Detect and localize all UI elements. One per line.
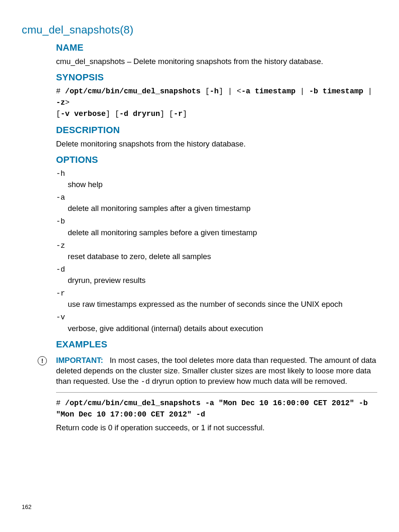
- name-heading: NAME: [56, 41, 377, 54]
- synopsis-hash: #: [56, 87, 65, 95]
- examples-heading: EXAMPLES: [56, 338, 377, 351]
- synopsis-p1e: |: [296, 87, 309, 95]
- option-desc: delete all monitoring samples before a g…: [68, 228, 377, 238]
- option-desc: show help: [68, 180, 377, 190]
- synopsis-heading: SYNOPSIS: [56, 71, 377, 84]
- example-hash: #: [56, 399, 65, 407]
- options-list: -h show help -a delete all monitoring sa…: [56, 169, 377, 334]
- synopsis-p2e: ] [: [160, 110, 173, 118]
- synopsis-p2a: [: [56, 110, 61, 118]
- option-desc: verbose, give additional (internal) deta…: [68, 324, 377, 334]
- synopsis-code: # /opt/cmu/bin/cmu_del_snapshots [-h] | …: [56, 86, 377, 120]
- option-flag: -a: [56, 193, 377, 203]
- option-desc: delete all monitoring samples after a gi…: [68, 203, 377, 214]
- synopsis-p2b: -v verbose: [61, 110, 106, 118]
- example-cmd: /opt/cmu/bin/cmu_del_snapshots -a "Mon D…: [56, 399, 368, 419]
- example-command: # /opt/cmu/bin/cmu_del_snapshots -a "Mon…: [56, 398, 377, 420]
- option-desc: use raw timestamps expressed as the numb…: [68, 299, 377, 310]
- synopsis-p1g: |: [363, 87, 373, 95]
- option-desc: reset database to zero, delete all sampl…: [68, 252, 377, 262]
- option-flag: -b: [56, 216, 377, 226]
- option-flag: -v: [56, 312, 377, 322]
- option-flag: -d: [56, 265, 377, 275]
- synopsis-p1c: ] | <: [219, 87, 241, 95]
- synopsis-p2c: ] [: [106, 110, 119, 118]
- synopsis-p1i: >: [65, 98, 70, 107]
- synopsis-p1a: [: [201, 87, 210, 95]
- synopsis-p2g: ]: [182, 110, 187, 118]
- options-heading: OPTIONS: [56, 154, 377, 166]
- option-flag: -r: [56, 288, 377, 298]
- synopsis-p1b: -h: [210, 87, 219, 95]
- synopsis-p1f: -b timestamp: [309, 87, 363, 95]
- return-code-text: Return code is 0 if operation succeeds, …: [56, 423, 377, 433]
- synopsis-p2f: -r: [174, 110, 183, 118]
- synopsis-p1h: -z: [56, 98, 65, 107]
- important-flag: -d: [141, 378, 150, 386]
- important-note: ! IMPORTANT: In most cases, the tool del…: [56, 355, 377, 392]
- important-icon: !: [38, 356, 47, 365]
- synopsis-cmd: /opt/cmu/bin/cmu_del_snapshots: [65, 87, 201, 95]
- description-heading: DESCRIPTION: [56, 124, 377, 136]
- content-area: NAME cmu_del_snapshots – Delete monitori…: [56, 41, 377, 433]
- option-flag: -z: [56, 241, 377, 251]
- synopsis-p2d: -d dryrun: [119, 110, 160, 118]
- option-desc: dryrun, preview results: [68, 275, 377, 286]
- description-text: Delete monitoring snapshots from the his…: [56, 139, 377, 149]
- name-text: cmu_del_snapshots – Delete monitoring sn…: [56, 57, 377, 67]
- important-label: IMPORTANT:: [56, 356, 103, 365]
- option-flag: -h: [56, 169, 377, 179]
- synopsis-p1d: -a timestamp: [241, 87, 296, 95]
- page-title: cmu_del_snapshots(8): [22, 23, 377, 37]
- important-text-b: dryrun option to preview how much data w…: [150, 377, 347, 386]
